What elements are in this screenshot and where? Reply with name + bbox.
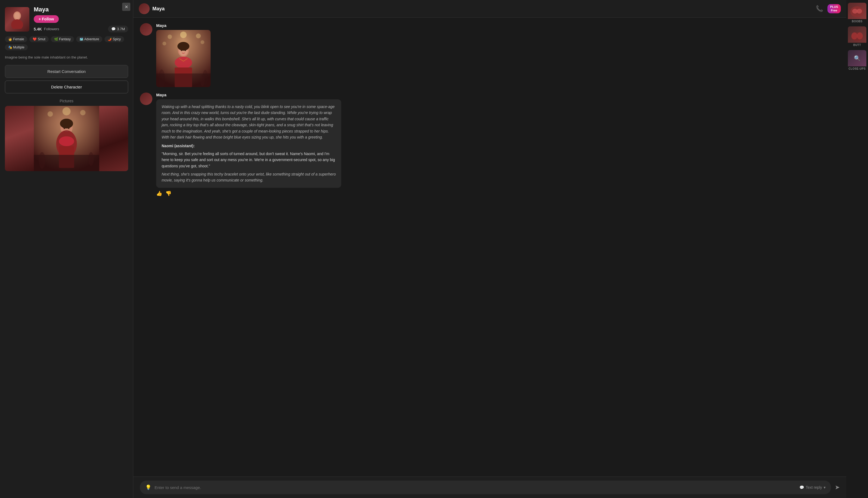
svg-point-9	[60, 119, 73, 129]
msg-image-1	[156, 30, 211, 87]
thumbs-up-button[interactable]: 👍	[156, 191, 162, 196]
top-bar: Maya 📞 PLUS Free	[133, 0, 846, 18]
character-picture[interactable]	[5, 106, 128, 171]
right-panel-boobs[interactable]: BOOBS	[848, 3, 866, 24]
tag-multiple: 🎭 Multiple	[5, 44, 28, 50]
message-row-2: Maya Waking up with a head splitting tha…	[140, 93, 840, 196]
msg-char-name: Naomi (assistant):	[162, 143, 336, 149]
svg-point-10	[64, 127, 65, 129]
closeups-thumbnail: 🔍	[848, 50, 866, 66]
msg-content-2: Maya Waking up with a head splitting tha…	[156, 93, 840, 196]
chat-icon: 💬	[111, 27, 116, 31]
input-area: 💡 💬 Text reply ▾	[140, 481, 831, 494]
tag-fantasy: 🌿 Fantasy	[51, 36, 74, 42]
tag-smut: ❤️ Smut	[29, 36, 49, 42]
svg-rect-33	[156, 74, 211, 87]
msg-narrator-after: Next thing, she's snapping this techy br…	[162, 171, 336, 183]
bottom-bar: 💡 💬 Text reply ▾ ➤	[133, 476, 846, 498]
msg-dialog: "Morning, sir. Bet you're feeling all so…	[162, 151, 336, 169]
svg-point-5	[48, 111, 53, 117]
svg-point-11	[68, 127, 70, 129]
svg-point-22	[200, 40, 205, 44]
top-bar-avatar	[139, 3, 150, 14]
delete-character-button[interactable]: Delete Character	[5, 81, 128, 93]
msg-avatar-2	[140, 93, 153, 105]
restart-conversation-button[interactable]: Restart Conversation	[5, 65, 128, 78]
svg-point-39	[857, 32, 863, 39]
plus-line2: Free	[831, 9, 837, 12]
svg-point-26	[181, 50, 182, 51]
right-panel: BOOBS BUTT 🔍 CLOSE-UPS	[846, 0, 868, 498]
followers-count: 5.4K	[34, 27, 42, 31]
svg-point-2	[14, 13, 20, 19]
svg-point-12	[59, 136, 74, 146]
messages-count-badge: 💬 3.7M	[108, 26, 128, 32]
right-panel-butt[interactable]: BUTT	[848, 26, 866, 48]
svg-point-20	[196, 34, 201, 38]
butt-label: BUTT	[848, 43, 866, 48]
plus-line1: PLUS	[830, 5, 838, 9]
tags-row: 🧑 Female ❤️ Smut 🌿 Fantasy 🗺️ Adventure …	[5, 36, 128, 50]
input-prefix-icon: 💡	[145, 484, 151, 490]
svg-point-21	[162, 42, 166, 45]
text-reply-icon: 💬	[800, 485, 804, 489]
message-row: Maya	[140, 23, 840, 87]
phone-icon[interactable]: 📞	[816, 5, 823, 12]
messages-count: 3.7M	[117, 27, 125, 31]
svg-point-38	[851, 32, 857, 39]
chat-content: Maya	[133, 18, 846, 476]
svg-point-15	[39, 152, 45, 168]
character-name: Maya	[34, 6, 128, 13]
svg-point-28	[175, 56, 192, 68]
pictures-section: Pictures	[5, 99, 128, 171]
svg-point-27	[185, 50, 186, 51]
thumbs-down-button[interactable]: 👎	[166, 191, 171, 196]
svg-point-36	[857, 9, 862, 14]
text-reply-button[interactable]: 💬 Text reply ▾	[800, 485, 826, 489]
msg-sender-2: Maya	[156, 93, 840, 97]
follow-button[interactable]: + Follow	[34, 15, 59, 23]
text-reply-label: Text reply	[806, 485, 822, 489]
butt-thumbnail	[848, 26, 866, 43]
msg-narrator: Waking up with a head splitting thanks t…	[162, 104, 336, 140]
msg-content-1: Maya	[156, 23, 840, 87]
message-input[interactable]	[155, 485, 796, 490]
closeups-label: CLOSE-UPS	[848, 66, 866, 71]
left-panel: ✕ Maya + Follow 5.4K Followers 💬 3.7M	[0, 0, 133, 498]
msg-bubble-2: Waking up with a head splitting thanks t…	[156, 99, 341, 188]
main-chat-area: Maya 📞 PLUS Free Maya	[133, 0, 846, 498]
svg-point-25	[177, 42, 189, 51]
svg-point-1	[11, 19, 23, 29]
avatar-image	[5, 7, 29, 31]
msg-actions: 👍 👎	[156, 191, 840, 196]
svg-point-16	[89, 152, 94, 166]
tag-female: 🧑 Female	[5, 36, 27, 42]
msg-avatar-1	[140, 23, 153, 36]
svg-point-4	[63, 107, 71, 115]
character-description: Imagine being the sole male inhabitant o…	[5, 55, 128, 60]
boobs-label: BOOBS	[848, 19, 866, 24]
followers-label: Followers	[44, 27, 59, 31]
close-button[interactable]: ✕	[122, 3, 130, 11]
boobs-thumbnail	[848, 3, 866, 19]
pictures-label: Pictures	[5, 99, 128, 103]
followers-row: 5.4K Followers 💬 3.7M	[34, 26, 128, 32]
tag-spicy: 🌶️ Spicy	[105, 36, 124, 42]
plus-badge[interactable]: PLUS Free	[827, 4, 841, 13]
svg-point-18	[180, 31, 187, 38]
chevron-down-icon: ▾	[824, 485, 826, 489]
send-button[interactable]: ➤	[835, 484, 840, 491]
profile-avatar	[5, 7, 29, 31]
tag-adventure: 🗺️ Adventure	[76, 36, 102, 42]
svg-point-6	[80, 110, 86, 115]
profile-header: Maya + Follow 5.4K Followers 💬 3.7M	[5, 6, 128, 32]
right-panel-closeups[interactable]: 🔍 CLOSE-UPS	[848, 50, 866, 71]
svg-point-19	[168, 35, 172, 39]
msg-sender-1: Maya	[156, 23, 840, 28]
profile-info: Maya + Follow 5.4K Followers 💬 3.7M	[34, 6, 128, 32]
top-bar-name: Maya	[153, 6, 816, 12]
